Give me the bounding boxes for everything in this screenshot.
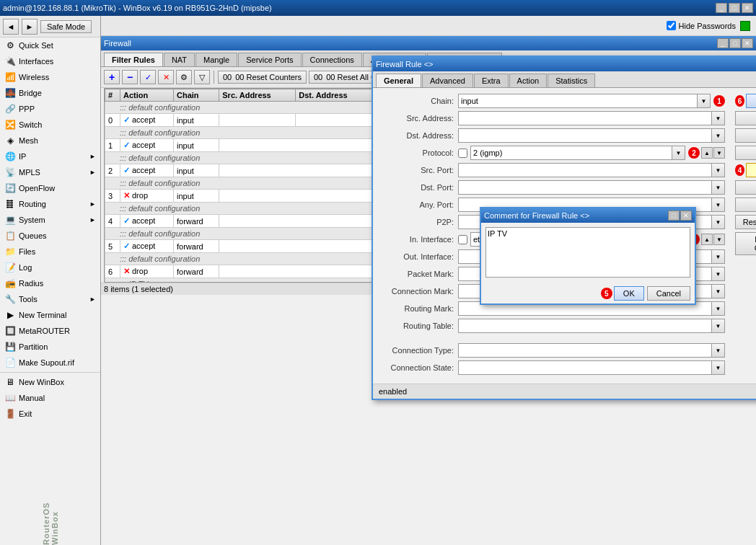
protocol-scroll-down[interactable]: ▼ — [713, 147, 725, 159]
sidebar-item-new-terminal[interactable]: ▶ New Terminal — [0, 307, 100, 323]
src-address-dropdown-btn[interactable]: ▼ — [712, 111, 725, 125]
sidebar-item-bridge[interactable]: 🌉 Bridge — [0, 85, 100, 101]
any-port-dropdown-btn[interactable]: ▼ — [712, 198, 725, 212]
sidebar-item-log[interactable]: 📝 Log — [0, 260, 100, 275]
sidebar-item-ip[interactable]: 🌐 IP ► — [0, 149, 100, 164]
close-btn[interactable]: ✕ — [742, 3, 753, 13]
dst-port-dropdown-btn[interactable]: ▼ — [712, 180, 725, 195]
rule-ok-btn[interactable]: OK — [746, 94, 756, 108]
col-src-address[interactable]: Src. Address — [219, 89, 296, 102]
sidebar-item-routing[interactable]: 🛤 Routing ► — [0, 196, 100, 212]
sidebar-item-make-supout[interactable]: 📄 Make Supout.rif — [0, 355, 100, 371]
col-num[interactable]: # — [105, 89, 120, 102]
sidebar-item-interfaces[interactable]: 🔌 Interfaces — [0, 53, 100, 69]
disable-rule-btn[interactable]: ✕ — [158, 70, 174, 84]
sidebar-item-wireless[interactable]: 📶 Wireless — [0, 69, 100, 85]
dst-address-input[interactable] — [458, 128, 712, 143]
sidebar-item-tools[interactable]: 🔧 Tools ► — [0, 291, 100, 307]
hide-passwords-checkbox[interactable] — [667, 21, 676, 30]
connection-mark-dropdown-btn[interactable]: ▼ — [712, 284, 725, 298]
protocol-dropdown-btn[interactable]: ▼ — [672, 146, 685, 160]
protocol-checkbox[interactable] — [458, 149, 467, 158]
sidebar-item-metarouter[interactable]: 🔲 MetaROUTER — [0, 323, 100, 339]
rule-copy-btn[interactable]: Copy — [735, 180, 756, 195]
sidebar-item-partition[interactable]: 💾 Partition — [0, 339, 100, 355]
sidebar-item-exit[interactable]: 🚪 Exit — [0, 406, 100, 422]
safe-mode-button[interactable]: Safe Mode — [40, 20, 92, 33]
routing-table-input[interactable] — [458, 319, 712, 333]
sidebar-item-system[interactable]: 💻 System ► — [0, 212, 100, 228]
remove-rule-btn[interactable]: − — [122, 70, 138, 84]
rule-tab-action[interactable]: Action — [509, 74, 548, 87]
tab-nat[interactable]: NAT — [164, 53, 195, 66]
src-port-dropdown-btn[interactable]: ▼ — [712, 163, 725, 177]
connection-state-input[interactable] — [458, 360, 712, 375]
in-interface-checkbox[interactable] — [458, 235, 467, 244]
col-chain[interactable]: Chain — [174, 89, 219, 102]
minimize-btn[interactable]: _ — [716, 3, 727, 13]
rule-tab-statistics[interactable]: Statistics — [548, 74, 595, 87]
rule-tab-advanced[interactable]: Advanced — [422, 74, 473, 87]
nav-back-btn[interactable]: ◄ — [3, 19, 19, 35]
in-if-scroll-up[interactable]: ▲ — [701, 234, 713, 245]
reset-counters-btn[interactable]: 00 00 Reset Counters — [218, 71, 307, 84]
settings-btn[interactable]: ⚙ — [176, 70, 192, 84]
sidebar-item-switch[interactable]: 🔀 Switch — [0, 117, 100, 133]
protocol-input[interactable] — [470, 146, 672, 160]
sidebar-item-queues[interactable]: 📋 Queues — [0, 228, 100, 244]
maximize-btn[interactable]: □ — [729, 3, 740, 13]
chain-input[interactable] — [458, 94, 698, 108]
p2p-dropdown-btn[interactable]: ▼ — [712, 215, 725, 229]
nav-forward-btn[interactable]: ► — [22, 19, 38, 35]
tab-connections[interactable]: Connections — [302, 53, 362, 66]
firewall-restore-btn[interactable]: □ — [729, 38, 741, 48]
rule-cancel-btn[interactable]: Cancel — [735, 111, 756, 125]
comment-dialog-close-btn[interactable]: ✕ — [680, 211, 692, 221]
sidebar-item-files[interactable]: 📁 Files — [0, 244, 100, 260]
firewall-close-btn[interactable]: ✕ — [742, 38, 753, 48]
connection-state-dropdown-btn[interactable]: ▼ — [712, 360, 725, 375]
comment-dialog-restore-btn[interactable]: □ — [668, 211, 680, 221]
sidebar-item-quick-set[interactable]: ⚙ Quick Set — [0, 37, 100, 53]
sidebar-item-mpls[interactable]: 📡 MPLS ► — [0, 164, 100, 180]
src-port-input[interactable] — [458, 163, 712, 177]
comment-cancel-btn[interactable]: Cancel — [647, 286, 690, 301]
col-action[interactable]: Action — [120, 89, 173, 102]
sidebar-item-mesh[interactable]: ◈ Mesh — [0, 133, 100, 149]
connection-type-dropdown-btn[interactable]: ▼ — [712, 343, 725, 358]
comment-textarea[interactable]: IP TV — [485, 227, 690, 278]
routing-table-dropdown-btn[interactable]: ▼ — [712, 319, 725, 333]
rule-apply-btn[interactable]: Apply — [735, 128, 756, 143]
dst-address-dropdown-btn[interactable]: ▼ — [712, 128, 725, 143]
firewall-minimize-btn[interactable]: _ — [717, 38, 729, 48]
tab-filter-rules[interactable]: Filter Rules — [104, 53, 163, 66]
rule-comment-btn[interactable]: Comment — [746, 163, 756, 177]
sidebar-item-new-winbox[interactable]: 🖥 New WinBox — [0, 374, 100, 390]
packet-mark-dropdown-btn[interactable]: ▼ — [712, 267, 725, 281]
sidebar-item-ppp[interactable]: 🔗 PPP — [0, 101, 100, 117]
rule-disable-btn[interactable]: Disable — [735, 146, 756, 160]
connection-type-input[interactable] — [458, 343, 712, 358]
routing-mark-dropdown-btn[interactable]: ▼ — [712, 301, 725, 316]
rule-reset-counters-btn[interactable]: Reset Counters — [735, 215, 756, 229]
rule-tab-extra[interactable]: Extra — [474, 74, 509, 87]
protocol-scroll-up[interactable]: ▲ — [701, 147, 713, 159]
rule-tab-general[interactable]: General — [376, 74, 421, 87]
sidebar-item-manual[interactable]: 📖 Manual — [0, 390, 100, 406]
enable-rule-btn[interactable]: ✓ — [140, 70, 156, 84]
chain-dropdown-btn[interactable]: ▼ — [698, 94, 711, 108]
sidebar-item-radius[interactable]: 📻 Radius — [0, 275, 100, 291]
col-dst-address[interactable]: Dst. Address — [296, 89, 372, 102]
tab-mangle[interactable]: Mangle — [195, 53, 237, 66]
sidebar-item-openflow[interactable]: 🔄 OpenFlow — [0, 180, 100, 196]
tab-service-ports[interactable]: Service Ports — [238, 53, 301, 66]
rule-remove-btn[interactable]: Remove — [735, 198, 756, 212]
src-address-input[interactable] — [458, 111, 712, 125]
comment-ok-btn[interactable]: OK — [614, 286, 644, 301]
add-rule-btn[interactable]: + — [104, 70, 120, 84]
rule-reset-all-counters-btn[interactable]: Reset All Counters — [735, 232, 756, 255]
dst-port-input[interactable] — [458, 180, 712, 195]
filter-btn[interactable]: ▽ — [194, 70, 210, 84]
out-interface-dropdown-btn[interactable]: ▼ — [712, 249, 725, 264]
in-if-scroll-down[interactable]: ▼ — [713, 234, 725, 245]
